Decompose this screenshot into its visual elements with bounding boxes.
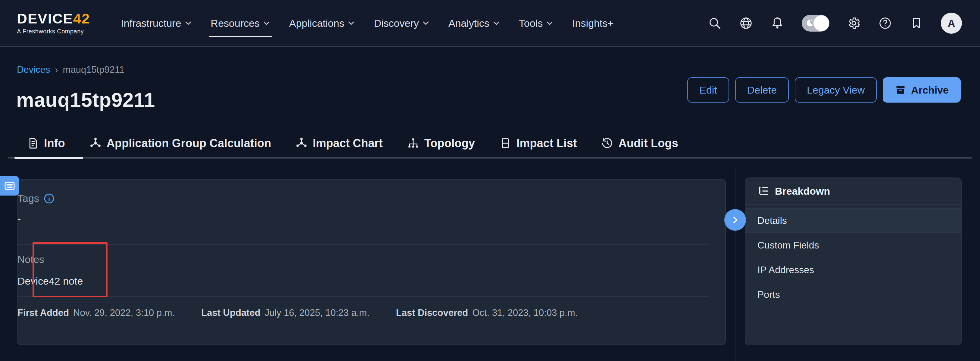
nav-item-resources[interactable]: Resources <box>201 0 280 46</box>
tab-label: Audit Logs <box>618 137 678 150</box>
nav-item-analytics[interactable]: Analytics <box>439 0 509 46</box>
device42-device-page: DEVICE42 A Freshworks Company Infrastruc… <box>0 0 980 361</box>
chevron-down-icon <box>493 21 500 25</box>
chevron-down-icon <box>263 21 270 25</box>
sidebar-item-custom-fields[interactable]: Custom Fields <box>745 233 961 258</box>
logo-wordmark: DEVICE42 <box>17 11 90 25</box>
nav-label: Resources <box>211 17 260 29</box>
tab-audit-logs[interactable]: Audit Logs <box>589 131 690 155</box>
notes-label: Notes <box>18 253 44 265</box>
nav-label: Insights+ <box>572 17 614 29</box>
nav-label: Analytics <box>449 17 489 29</box>
nav-item-insights[interactable]: Insights+ <box>563 0 623 46</box>
tab-impact-chart[interactable]: Impact Chart <box>283 131 395 155</box>
history-icon <box>601 137 614 149</box>
chevron-down-icon <box>423 21 429 25</box>
nav-label: Discovery <box>374 17 418 29</box>
device-meta-row: First Added Nov. 29, 2022, 3:10 p.m. Las… <box>18 307 578 318</box>
sidebar-item-details[interactable]: Details <box>745 208 961 233</box>
help-icon[interactable] <box>878 16 892 30</box>
tab-impact-list[interactable]: Impact List <box>487 131 589 155</box>
page-title: mauq15tp9211 <box>16 89 155 111</box>
breakdown-header: Breakdown <box>745 178 961 204</box>
chevron-right-icon <box>730 215 740 225</box>
tab-application-group-calculation[interactable]: Application Group Calculation <box>77 131 283 155</box>
tab-label: Topology <box>424 137 475 150</box>
gear-icon[interactable] <box>847 16 861 30</box>
tab-label: Application Group Calculation <box>107 137 271 150</box>
nav-item-discovery[interactable]: Discovery <box>364 0 439 46</box>
nav-label: Applications <box>289 17 344 29</box>
nav-item-infrastructure[interactable]: Infrastructure <box>111 0 201 46</box>
sidebar-item-ports[interactable]: Ports <box>745 282 961 307</box>
tags-value: - <box>18 213 21 225</box>
nav-item-applications[interactable]: Applications <box>280 0 364 46</box>
main-menu: Infrastructure Resources Applications Di… <box>111 0 623 46</box>
document-icon <box>27 137 39 149</box>
archive-label: Archive <box>911 84 949 96</box>
tags-label-row: Tags <box>18 193 55 204</box>
device42-logo[interactable]: DEVICE42 A Freshworks Company <box>17 11 90 35</box>
delete-button[interactable]: Delete <box>735 77 789 103</box>
nav-item-tools[interactable]: Tools <box>509 0 563 46</box>
notes-label-text: Notes <box>18 253 44 265</box>
tab-topology[interactable]: Topology <box>395 131 487 155</box>
collapse-sidebar-button[interactable] <box>724 209 746 231</box>
chevron-down-icon <box>348 21 355 25</box>
list-table-icon <box>499 137 512 149</box>
info-icon[interactable] <box>43 193 55 204</box>
logo-42: 42 <box>73 11 90 27</box>
hub-icon <box>89 137 102 149</box>
tabs-baseline <box>8 157 972 158</box>
tab-info[interactable]: Info <box>14 131 77 155</box>
globe-icon[interactable] <box>739 16 753 30</box>
sitemap-icon <box>407 137 420 149</box>
meta-last-updated: Last Updated July 16, 2025, 10:23 a.m. <box>201 307 369 318</box>
bookmark-icon[interactable] <box>910 16 923 30</box>
breakdown-title: Breakdown <box>775 185 830 197</box>
toggle-knob <box>813 15 829 31</box>
meta-value: July 16, 2025, 10:23 a.m. <box>265 307 369 318</box>
edit-button[interactable]: Edit <box>687 77 729 103</box>
content-sidebar-divider <box>735 167 735 361</box>
navbar-icons: A <box>708 13 962 34</box>
breadcrumb-current: mauq15tp9211 <box>63 64 125 75</box>
sidebar-item-ip-addresses[interactable]: IP Addresses <box>745 258 961 282</box>
hub-icon <box>295 137 308 149</box>
top-navbar: DEVICE42 A Freshworks Company Infrastruc… <box>0 0 980 47</box>
chevron-down-icon <box>546 21 553 25</box>
logo-tagline: A Freshworks Company <box>17 28 90 35</box>
notes-value: Device42 note <box>18 275 83 287</box>
active-tab-indicator <box>14 157 83 159</box>
meta-value: Oct. 31, 2023, 10:03 p.m. <box>472 307 578 318</box>
device-info-panel <box>17 179 726 345</box>
breadcrumb-separator: › <box>55 64 58 75</box>
user-avatar[interactable]: A <box>941 13 962 34</box>
divider <box>18 296 708 297</box>
breadcrumb-devices-link[interactable]: Devices <box>17 64 50 75</box>
left-panel-toggle[interactable] <box>0 176 19 196</box>
avatar-initial: A <box>948 17 955 29</box>
tab-label: Impact Chart <box>313 137 382 150</box>
tree-list-icon <box>757 185 770 197</box>
divider <box>18 244 708 245</box>
breadcrumb: Devices › mauq15tp9211 <box>17 64 124 75</box>
breakdown-sidebar: Breakdown Details Custom Fields IP Addre… <box>745 177 962 345</box>
bell-icon[interactable] <box>770 16 784 30</box>
nav-label: Infrastructure <box>121 17 181 29</box>
breakdown-list: Details Custom Fields IP Addresses Ports <box>745 204 961 307</box>
meta-label: Last Updated <box>201 307 260 318</box>
archive-button[interactable]: Archive <box>883 77 961 103</box>
meta-last-discovered: Last Discovered Oct. 31, 2023, 10:03 p.m… <box>396 307 578 318</box>
theme-toggle[interactable] <box>802 15 829 32</box>
tab-bar: Info Application Group Calculation Impac… <box>14 131 690 155</box>
search-icon[interactable] <box>708 16 722 30</box>
meta-first-added: First Added Nov. 29, 2022, 3:10 p.m. <box>18 307 175 318</box>
meta-label: Last Discovered <box>396 307 468 318</box>
tab-label: Impact List <box>517 137 577 150</box>
tags-label: Tags <box>18 193 39 204</box>
tab-label: Info <box>44 137 65 150</box>
action-buttons: Edit Delete Legacy View Archive <box>687 77 961 103</box>
archive-box-icon <box>895 84 906 96</box>
legacy-view-button[interactable]: Legacy View <box>795 77 877 103</box>
